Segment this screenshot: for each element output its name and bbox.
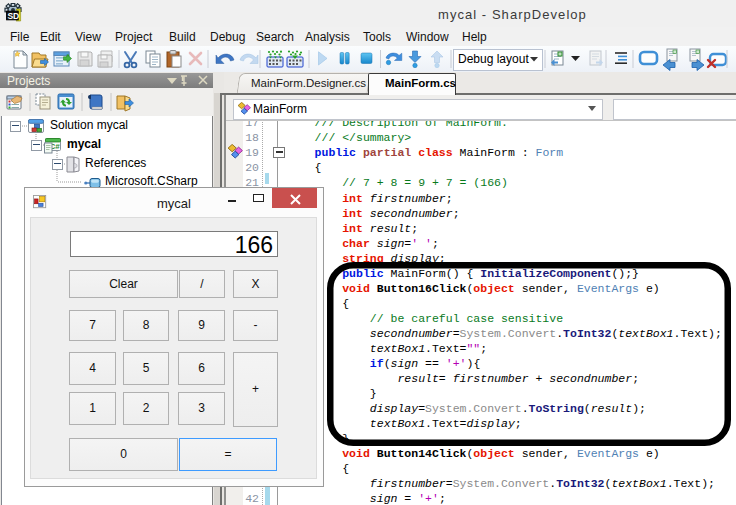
svg-text:SD: SD bbox=[7, 11, 19, 21]
